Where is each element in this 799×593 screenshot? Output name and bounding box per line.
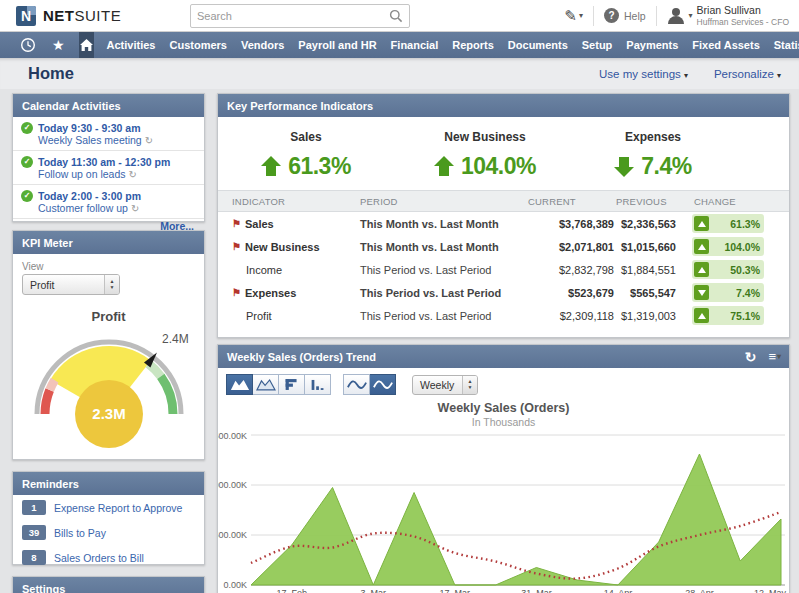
chevron-down-icon: ▾ bbox=[777, 353, 781, 361]
calendar-panel-header[interactable]: Calendar Activities bbox=[13, 94, 204, 117]
tab-customers[interactable]: Customers bbox=[169, 39, 226, 51]
svg-text:1,500.00K: 1,500.00K bbox=[218, 431, 247, 441]
svg-text:1,000.00K: 1,000.00K bbox=[218, 480, 247, 490]
calendar-item: ✓Today 9:30 - 9:30 am Weekly Sales meeti… bbox=[13, 117, 204, 151]
tab-payments[interactable]: Payments bbox=[626, 39, 678, 51]
reminder-count-badge: 1 bbox=[22, 500, 46, 515]
tab-statistical-analysis[interactable]: Statistical Analysis bbox=[774, 39, 799, 51]
chart-type-line-button[interactable] bbox=[253, 374, 279, 395]
kpi-panel: Key Performance Indicators Sales 61.3% N… bbox=[217, 93, 790, 338]
tab-vendors[interactable]: Vendors bbox=[241, 39, 284, 51]
settings-panel-header[interactable]: Settings bbox=[13, 577, 204, 593]
svg-text:28. Apr: 28. Apr bbox=[685, 588, 714, 593]
calendar-activities-panel: Calendar Activities ✓Today 9:30 - 9:30 a… bbox=[12, 93, 205, 222]
tab-reports[interactable]: Reports bbox=[452, 39, 494, 51]
gauge-title: Profit bbox=[13, 309, 204, 324]
netsuite-logo-icon: N bbox=[16, 6, 36, 26]
trend-chart-svg: 0.00K500.00K1,000.00K1,500.00K17. Feb3. … bbox=[218, 430, 787, 593]
table-row: ⚑New Business This Month vs. Last Month … bbox=[218, 235, 789, 258]
panel-menu-button[interactable]: ≡▾ bbox=[768, 349, 781, 364]
brand-text: NETSUITE bbox=[43, 7, 121, 24]
trend-chart: 0.00K500.00K1,000.00K1,500.00K17. Feb3. … bbox=[218, 430, 789, 593]
select-stepper-icon: ▲▼ bbox=[104, 275, 119, 294]
kpi-panel-header[interactable]: Key Performance Indicators bbox=[218, 94, 789, 117]
up-arrow-icon bbox=[694, 216, 709, 231]
change-badge: 61.3% bbox=[692, 214, 764, 233]
tab-documents[interactable]: Documents bbox=[508, 39, 568, 51]
change-badge: 75.1% bbox=[692, 306, 764, 325]
svg-text:0.00K: 0.00K bbox=[223, 580, 247, 590]
kpi-headline-new-business: New Business 104.0% bbox=[392, 130, 578, 180]
line-style-smooth-button[interactable] bbox=[370, 374, 396, 395]
tab-home[interactable] bbox=[79, 32, 94, 58]
reminders-panel-header[interactable]: Reminders bbox=[13, 472, 204, 495]
reminder-link[interactable]: 1 Expense Report to Approve bbox=[13, 495, 204, 520]
reminder-link[interactable]: 39 Bills to Pay bbox=[13, 520, 204, 545]
up-arrow-icon bbox=[694, 308, 709, 323]
chart-type-column-button[interactable] bbox=[305, 374, 331, 395]
create-new-icon: ✎ bbox=[564, 7, 577, 25]
page-title: Home bbox=[28, 64, 74, 83]
netsuite-logo[interactable]: N NETSUITE bbox=[16, 6, 121, 26]
global-search[interactable] bbox=[190, 4, 410, 28]
calendar-event-link[interactable]: Follow up on leads↻ bbox=[38, 168, 196, 180]
top-header: N NETSUITE ✎ ▾ ? Help ▾ Brian Sullivan H… bbox=[0, 0, 799, 32]
refresh-icon[interactable]: ↻ bbox=[745, 349, 757, 365]
reminder-count-badge: 8 bbox=[22, 550, 46, 565]
chart-type-stacked-button[interactable] bbox=[279, 374, 305, 395]
tab-payroll-and-hr[interactable]: Payroll and HR bbox=[298, 39, 376, 51]
trend-panel: Weekly Sales (Orders) Trend ↻ ≡▾ bbox=[217, 344, 790, 593]
line-style-sharp-button[interactable] bbox=[343, 374, 370, 395]
stacked-chart-icon bbox=[282, 378, 302, 391]
recent-records-button[interactable] bbox=[20, 37, 36, 53]
personalize-link[interactable]: Personalize▾ bbox=[714, 68, 781, 80]
help-button[interactable]: ? Help bbox=[604, 8, 646, 23]
view-label: View bbox=[22, 261, 204, 272]
search-icon[interactable] bbox=[389, 9, 403, 23]
up-arrow-icon bbox=[694, 262, 709, 277]
kpi-gauge: 2.3M 2.4M bbox=[24, 326, 194, 456]
trend-panel-header[interactable]: Weekly Sales (Orders) Trend ↻ ≡▾ bbox=[218, 345, 789, 368]
home-icon bbox=[79, 38, 94, 52]
chevron-down-icon: ▾ bbox=[689, 12, 693, 20]
star-icon: ★ bbox=[52, 37, 65, 53]
up-arrow-icon bbox=[434, 156, 454, 177]
tab-setup[interactable]: Setup bbox=[582, 39, 613, 51]
curve-line-icon bbox=[373, 378, 393, 391]
hamburger-icon: ≡ bbox=[768, 349, 776, 364]
tab-fixed-assets[interactable]: Fixed Assets bbox=[692, 39, 759, 51]
use-my-settings-link[interactable]: Use my settings▾ bbox=[599, 68, 688, 80]
change-badge: 7.4% bbox=[692, 283, 764, 302]
chevron-down-icon: ▾ bbox=[579, 12, 583, 20]
tab-financial[interactable]: Financial bbox=[391, 39, 439, 51]
reminder-link[interactable]: 8 Sales Orders to Bill bbox=[13, 545, 204, 570]
change-badge: 104.0% bbox=[692, 237, 764, 256]
user-menu[interactable]: ▾ Brian Sullivan Huffman Services - CFO bbox=[667, 4, 789, 27]
trend-period-select[interactable]: Weekly ▲▼ bbox=[412, 375, 478, 395]
main-nav: ★ Activities Customers Vendors Payroll a… bbox=[0, 32, 799, 58]
check-circle-icon: ✓ bbox=[21, 156, 33, 168]
search-input[interactable] bbox=[191, 10, 389, 22]
kpi-meter-panel-header[interactable]: KPI Meter bbox=[13, 231, 204, 254]
kpi-table-header: INDICATOR PERIOD CURRENT PREVIOUS CHANGE bbox=[218, 190, 789, 212]
kpi-headline-sales: Sales 61.3% bbox=[220, 130, 392, 180]
reminder-count-badge: 39 bbox=[22, 525, 46, 540]
chart-subtitle: In Thousands bbox=[218, 416, 789, 428]
user-name: Brian Sullivan bbox=[697, 4, 789, 17]
chart-type-area-button[interactable] bbox=[226, 374, 253, 395]
check-circle-icon: ✓ bbox=[21, 190, 33, 202]
chart-title: Weekly Sales (Orders) bbox=[218, 401, 789, 415]
tab-activities[interactable]: Activities bbox=[107, 39, 156, 51]
calendar-event-link[interactable]: Customer follow up↻ bbox=[38, 202, 196, 214]
svg-text:17. Mar: 17. Mar bbox=[440, 588, 471, 593]
shortcuts-button[interactable]: ★ bbox=[52, 38, 65, 52]
create-new-button[interactable]: ✎ ▾ bbox=[564, 7, 583, 25]
select-stepper-icon: ▲▼ bbox=[462, 376, 477, 394]
calendar-event-link[interactable]: Weekly Sales meeting↻ bbox=[38, 134, 196, 146]
dashboard-content: Calendar Activities ✓Today 9:30 - 9:30 a… bbox=[0, 89, 799, 593]
settings-panel: Settings bbox=[12, 576, 205, 593]
kpi-view-select[interactable]: Profit ▲▼ bbox=[22, 274, 120, 295]
flag-icon: ⚑ bbox=[232, 287, 241, 298]
line-chart-icon bbox=[256, 378, 276, 391]
curve-line-icon bbox=[347, 378, 367, 391]
